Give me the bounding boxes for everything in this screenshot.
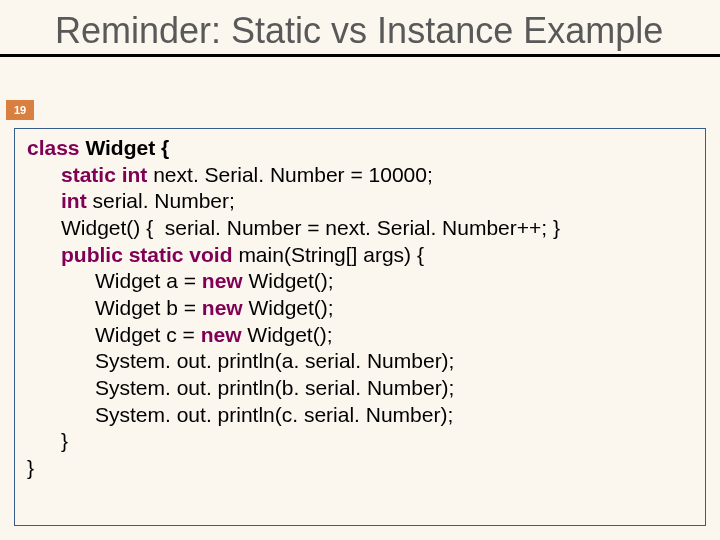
- keyword-psvm: public static void: [61, 243, 238, 266]
- code-line-12: }: [27, 428, 695, 455]
- slide-number-badge: 19: [6, 100, 34, 120]
- code-text: System. out. println(c. serial. Number);: [95, 403, 453, 426]
- code-box: class Widget { static int next. Serial. …: [14, 128, 706, 526]
- slide-title: Reminder: Static vs Instance Example: [55, 10, 720, 51]
- code-line-13: }: [27, 455, 695, 482]
- code-text: Widget a =: [95, 269, 202, 292]
- code-line-1: class Widget {: [27, 135, 695, 162]
- code-line-5: public static void main(String[] args) {: [27, 242, 695, 269]
- keyword-new: new: [201, 323, 248, 346]
- keyword-int: int: [61, 189, 93, 212]
- keyword-class: class: [27, 136, 85, 159]
- code-line-11: System. out. println(c. serial. Number);: [27, 402, 695, 429]
- code-text: }: [61, 429, 68, 452]
- code-text: Widget b =: [95, 296, 202, 319]
- code-text: Widget();: [249, 296, 334, 319]
- code-text: System. out. println(b. serial. Number);: [95, 376, 454, 399]
- code-text: main(String[] args) {: [238, 243, 424, 266]
- code-line-2: static int next. Serial. Number = 10000;: [27, 162, 695, 189]
- code-text: Widget {: [85, 136, 169, 159]
- code-line-7: Widget b = new Widget();: [27, 295, 695, 322]
- title-area: Reminder: Static vs Instance Example: [0, 0, 720, 51]
- keyword-new: new: [202, 269, 249, 292]
- code-text: System. out. println(a. serial. Number);: [95, 349, 454, 372]
- code-line-6: Widget a = new Widget();: [27, 268, 695, 295]
- code-line-10: System. out. println(b. serial. Number);: [27, 375, 695, 402]
- code-line-3: int serial. Number;: [27, 188, 695, 215]
- code-text: Widget();: [249, 269, 334, 292]
- title-underline: [0, 54, 720, 57]
- code-text: Widget();: [247, 323, 332, 346]
- keyword-static-int: static int: [61, 163, 153, 186]
- code-line-4: Widget() { serial. Number = next. Serial…: [27, 215, 695, 242]
- code-text: Widget() { serial. Number = next. Serial…: [61, 216, 560, 239]
- code-line-8: Widget c = new Widget();: [27, 322, 695, 349]
- code-text: serial. Number;: [93, 189, 235, 212]
- code-text: Widget c =: [95, 323, 201, 346]
- code-line-9: System. out. println(a. serial. Number);: [27, 348, 695, 375]
- keyword-new: new: [202, 296, 249, 319]
- code-text: }: [27, 456, 34, 479]
- code-text: next. Serial. Number = 10000;: [153, 163, 433, 186]
- slide: Reminder: Static vs Instance Example 19 …: [0, 0, 720, 540]
